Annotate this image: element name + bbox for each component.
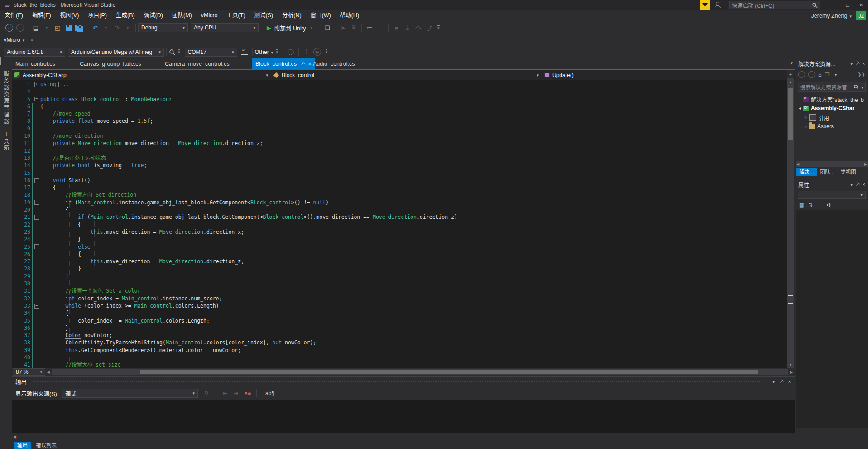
output-source-combo[interactable]: 调试 (62, 389, 198, 398)
scrollbar-thumb[interactable] (140, 370, 758, 374)
quick-launch-input[interactable]: 快速启动 (Ctrl+Q) (729, 1, 820, 9)
code-editor[interactable]: 1+using...45−public class Block_control … (12, 80, 787, 368)
vmicro-menu-button[interactable]: vMicro (4, 37, 20, 43)
code-line[interactable]: 1+using... (12, 81, 787, 88)
step-into-icon[interactable]: ⤓ (402, 23, 413, 33)
fold-toggle-icon[interactable]: − (34, 178, 39, 183)
programmer-combo[interactable]: Other (255, 49, 269, 55)
vmicro-overflow-icon[interactable] (31, 38, 33, 43)
sync-with-active-document-icon[interactable]: ❐ (825, 72, 830, 77)
code-line[interactable]: 20 { (12, 206, 787, 213)
menu-item[interactable]: 调试(D) (139, 10, 168, 21)
solution-config-combo[interactable]: Debug (138, 23, 188, 32)
document-tab[interactable]: Block_control.cs⊤× (252, 58, 315, 69)
code-line[interactable]: 39 this.GetComponent<Renderer>().materia… (12, 347, 787, 354)
toolbox-window-icon[interactable] (0, 57, 1, 65)
verify-play-icon[interactable]: ▶ (312, 47, 323, 57)
code-line[interactable]: 40 (12, 354, 787, 361)
restore-button[interactable]: □ (841, 0, 854, 10)
start-debug-play-icon[interactable]: ▶ (264, 23, 274, 33)
previous-message-icon[interactable]: ⇤ (223, 390, 227, 396)
arduino-version-combo[interactable]: Arduino 1.6/1.8 (4, 48, 65, 57)
notifications-icon[interactable] (700, 0, 710, 10)
code-line[interactable]: 6{ (12, 103, 787, 110)
arduino-board-combo[interactable]: Arduino/Genuino Mega w/ ATmeg (68, 48, 164, 57)
redo-button[interactable]: ↷ (111, 23, 122, 33)
code-line[interactable]: 23 this.move_direction = Move_direction.… (12, 228, 787, 236)
scroll-left-icon[interactable]: ◀ (12, 435, 18, 439)
vmicro-dropdown-icon[interactable] (20, 37, 25, 43)
stop-debug-icon[interactable]: ■ (391, 23, 402, 33)
code-line[interactable]: 34 { (12, 309, 787, 317)
code-line[interactable]: 11 private Move_direction move_direction… (12, 140, 787, 147)
clear-all-icon[interactable]: ×≡ (245, 390, 251, 396)
scroll-right-icon[interactable]: ▶ (864, 162, 867, 166)
alphabetical-sort-icon[interactable]: ⇅ (808, 202, 812, 208)
left-strip-tab[interactable]: 服务器资源管理器 (2, 71, 10, 125)
code-line[interactable]: 38 ColorUtility.TryParseHtmlString(Main_… (12, 339, 787, 346)
menu-item[interactable]: 工具(T) (222, 10, 250, 21)
properties-title-bar[interactable]: 属性 ⊤ × (796, 179, 868, 190)
menu-item[interactable]: 团队(M) (168, 10, 197, 21)
output-header[interactable]: 输出 ⊤ × (12, 377, 795, 386)
property-pages-wrench-icon[interactable]: ⚒ (825, 201, 832, 208)
type-dropdown[interactable]: Block_control (271, 70, 542, 80)
scroll-right-icon[interactable]: ▶ (789, 370, 795, 374)
code-line[interactable]: 14 private bool is_moving = true; (12, 162, 787, 169)
navigate-forward-button[interactable]: → (14, 23, 25, 33)
pin-icon[interactable]: ⊤ (299, 61, 306, 67)
menu-item[interactable]: 项目(P) (83, 10, 111, 21)
tool-window-tab[interactable]: 解决... (796, 168, 817, 176)
code-line[interactable]: 30 (12, 280, 787, 287)
scroll-up-icon[interactable]: ▲ (787, 79, 794, 85)
code-line[interactable]: 29 } (12, 273, 787, 280)
tree-item[interactable]: ▷引用 (796, 113, 868, 122)
next-message-icon[interactable]: ⇥ (234, 390, 238, 396)
scroll-left-icon[interactable]: ◀ (796, 162, 799, 166)
tool-window-tab[interactable]: 团队... (817, 168, 838, 176)
code-line[interactable]: 16− void Start() (12, 177, 787, 184)
step-over-icon[interactable]: ⤼ (413, 23, 424, 33)
document-tab[interactable]: Camera_move_control.cs (165, 58, 229, 69)
save-button[interactable] (63, 23, 74, 33)
collapsed-arrow-icon[interactable]: ▷ (805, 116, 809, 120)
output-horizontal-scrollbar[interactable]: ◀ (12, 433, 795, 440)
menu-item[interactable]: 分析(N) (278, 10, 306, 21)
search-dropdown-icon[interactable] (859, 84, 863, 90)
code-line[interactable]: 15 (12, 169, 787, 177)
attach-process-icon[interactable]: ❏ (321, 23, 332, 33)
close-tab-icon[interactable]: × (308, 61, 312, 67)
categorized-icon[interactable]: ▦ (799, 202, 804, 208)
close-panel-icon[interactable]: × (788, 379, 791, 384)
toolbar-more-icon[interactable]: ❯❯ (858, 72, 865, 77)
serial-monitor-icon[interactable] (239, 47, 250, 57)
new-project-button[interactable]: ▤ (30, 23, 41, 33)
code-line[interactable]: 21− if (Main_control.instance.game_obj_l… (12, 213, 787, 221)
programmer-overflow-icon[interactable] (276, 49, 278, 54)
code-line[interactable]: 12 (12, 147, 787, 154)
fold-toggle-icon[interactable]: + (34, 82, 39, 87)
find-message-icon[interactable]: ⚲ (204, 390, 208, 396)
word-wrap-icon[interactable]: ab¶ (265, 390, 274, 396)
toolbar-dropdown-icon[interactable] (833, 72, 837, 77)
code-line[interactable]: 36 } (12, 324, 787, 332)
menu-item[interactable]: 帮助(H) (336, 10, 364, 21)
code-line[interactable]: 4 (12, 88, 787, 95)
window-position-dropdown-icon[interactable] (848, 61, 853, 66)
solution-horizontal-scrollbar[interactable]: ◀ ▶ (796, 161, 868, 167)
document-tab[interactable]: Main_control.cs (15, 58, 55, 69)
undo-button[interactable]: ↶ (90, 23, 101, 33)
member-dropdown[interactable]: Update() (542, 70, 795, 80)
code-line[interactable]: 27 this.move_direction = Move_direction.… (12, 258, 787, 265)
scroll-down-icon[interactable]: ▼ (787, 362, 794, 368)
attach-unity-button[interactable]: 附加到 Unity (274, 24, 306, 32)
code-line[interactable]: 31 //设置一个颜色 Set a color (12, 287, 787, 295)
code-line[interactable]: 10 //move_direction (12, 132, 787, 140)
pin-icon[interactable]: ⊤ (854, 60, 861, 67)
user-account[interactable]: Jeremy Zheng JZ (811, 11, 868, 20)
code-line[interactable]: 35 color_index -= Main_control.colors.Le… (12, 317, 787, 324)
undo-dropdown-icon[interactable]: ▾ (101, 23, 111, 33)
code-line[interactable]: 37 Color nowColor; (12, 332, 787, 339)
close-button[interactable]: × (854, 0, 868, 10)
code-line[interactable]: 24 } (12, 236, 787, 243)
